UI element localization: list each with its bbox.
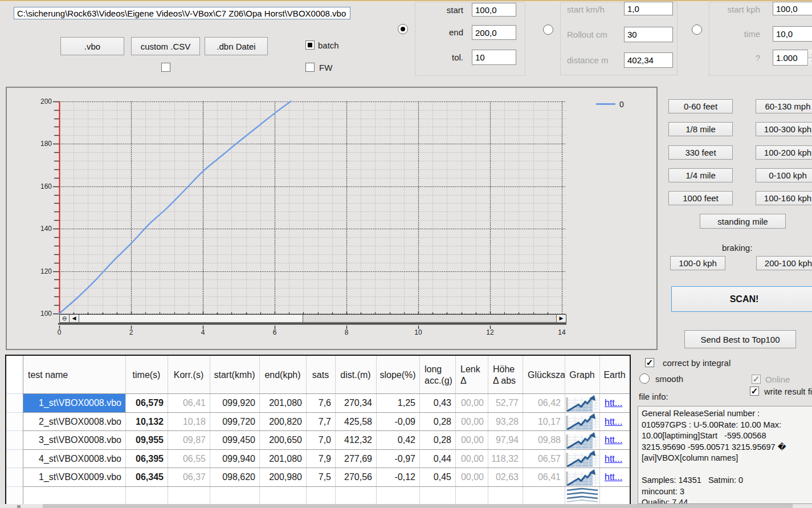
cell-hoehe[interactable]: 93,28 — [488, 413, 523, 432]
cell-long-acc[interactable]: 0,43 — [419, 394, 455, 413]
row-header[interactable] — [6, 468, 23, 487]
measure-100-160-kph-button[interactable]: 100-160 kph — [756, 191, 812, 205]
cell-time[interactable]: 10,132 — [125, 413, 168, 432]
cell-time[interactable]: 06,579 — [125, 394, 168, 413]
column-header-test-name[interactable]: test name — [23, 356, 125, 394]
cell-empty[interactable] — [23, 487, 125, 506]
column-header-slope[interactable]: slope(%) — [376, 356, 419, 394]
cell-empty[interactable] — [488, 487, 523, 506]
cell-start-kmh[interactable]: 099,940 — [210, 450, 259, 469]
cell-korr[interactable]: 06,41 — [168, 394, 210, 413]
cell-time[interactable]: 06,345 — [125, 468, 168, 487]
cell-dist[interactable]: 270,34 — [335, 394, 376, 413]
zoom-reset-button[interactable]: ⊖ — [60, 315, 70, 322]
scan-button[interactable]: SCAN! — [671, 286, 812, 312]
correct-by-integral-checkbox[interactable]: ✓ — [645, 358, 654, 367]
load-dbn-button[interactable]: .dbn Datei — [205, 37, 268, 55]
cell-korr[interactable]: 10,18 — [168, 413, 210, 432]
cell-korr[interactable]: 06,55 — [168, 450, 210, 469]
measure-1000-feet-button[interactable]: 1000 feet — [668, 191, 733, 205]
cell-test-name[interactable]: 3_st\VBOX0008.vbo — [23, 431, 125, 450]
scroll-right-button[interactable]: ▶ — [556, 315, 566, 322]
column-header-start-kmh[interactable]: start(kmh) — [210, 356, 259, 394]
cell-end-kph[interactable]: 201,080 — [259, 450, 306, 469]
row-header[interactable] — [6, 431, 23, 450]
cell-test-name[interactable]: 1_st\VBOX0008.vbo — [23, 394, 125, 413]
start-speed-input[interactable] — [472, 3, 516, 17]
cell-graph[interactable] — [565, 394, 599, 413]
column-header-time[interactable]: time(s) — [125, 356, 168, 394]
cell-end-kph[interactable]: 200,650 — [259, 431, 306, 450]
measure-0-100-kph-button[interactable]: 0-100 kph — [756, 168, 812, 182]
cell-slope[interactable]: 1,25 — [376, 394, 419, 413]
cell-empty[interactable] — [335, 487, 376, 506]
earth-link[interactable]: htt... — [605, 472, 622, 482]
cell-lenk[interactable]: 00,00 — [455, 394, 488, 413]
column-header-glueckszahl[interactable]: Glücksza — [523, 356, 565, 394]
load-custom-csv-button[interactable]: custom .CSV — [131, 37, 200, 55]
cell-glueckszahl[interactable]: 06,57 — [523, 450, 565, 469]
cell-long-acc[interactable]: 0,45 — [419, 468, 455, 487]
cell-test-name[interactable]: 4_st\VBOX0008.vbo — [23, 450, 125, 469]
distance-input[interactable] — [624, 52, 673, 68]
cell-start-kmh[interactable]: 099,920 — [210, 394, 259, 413]
cell-start-kmh[interactable]: 099,450 — [210, 431, 259, 450]
column-header-sats[interactable]: sats — [306, 356, 335, 394]
cell-korr[interactable]: 09,87 — [168, 431, 210, 450]
cell-graph[interactable] — [565, 487, 599, 506]
cell-sats[interactable]: 7,6 — [306, 394, 335, 413]
tolerance-input[interactable] — [472, 50, 516, 65]
cell-graph[interactable] — [565, 413, 599, 432]
cell-earth[interactable]: htt... — [599, 450, 630, 469]
window-scrollbar-thumb[interactable] — [43, 504, 793, 508]
cell-graph[interactable] — [565, 431, 599, 450]
online-checkbox[interactable]: ✓ — [752, 375, 761, 384]
start-kmh-input[interactable] — [624, 2, 673, 15]
row-header[interactable] — [6, 413, 23, 432]
send-best-button[interactable]: Send Best to Top100 — [684, 330, 796, 348]
cell-hoehe[interactable]: 02,63 — [488, 468, 523, 487]
row-header[interactable] — [6, 487, 23, 506]
measure-100-200-kph-button[interactable]: 100-200 kph — [756, 145, 812, 160]
scrollbar-thumb[interactable] — [79, 315, 303, 322]
measure-100-300-kph-button[interactable]: 100-300 kph — [756, 122, 812, 136]
file-info-textbox[interactable]: General ReleaseSerial number : 010597GPS… — [638, 406, 812, 504]
cell-time[interactable]: 09,955 — [125, 431, 168, 450]
cell-slope[interactable]: -0,12 — [376, 468, 419, 487]
cell-lenk[interactable]: 00,00 — [455, 450, 488, 469]
cell-empty[interactable] — [376, 487, 419, 506]
cell-start-kmh[interactable]: 099,720 — [210, 413, 259, 432]
column-header-hoehe[interactable]: Höhe Δ abs — [488, 356, 523, 394]
earth-link[interactable]: htt... — [605, 435, 622, 445]
batch-checkbox[interactable] — [305, 40, 315, 50]
cell-empty[interactable] — [306, 487, 335, 506]
cell-sats[interactable]: 7,0 — [306, 431, 335, 450]
end-speed-input[interactable] — [472, 25, 516, 40]
speed-range-radio[interactable] — [398, 24, 408, 34]
cell-graph[interactable] — [565, 468, 599, 487]
cell-empty[interactable] — [168, 487, 210, 506]
cell-glueckszahl[interactable]: 06,41 — [523, 468, 565, 487]
cell-empty[interactable] — [599, 487, 630, 506]
column-header-earth[interactable]: Earth — [599, 356, 630, 394]
cell-sats[interactable]: 7,9 — [306, 450, 335, 469]
cell-dist[interactable]: 425,58 — [335, 413, 376, 432]
spinner-down-button[interactable]: ▼ — [808, 58, 812, 66]
cell-sats[interactable]: 7,5 — [306, 468, 335, 487]
column-header-dist[interactable]: dist.(m) — [335, 356, 376, 394]
cell-korr[interactable]: 06,37 — [168, 468, 210, 487]
cell-slope[interactable]: -0,97 — [376, 450, 419, 469]
csv-option-checkbox[interactable] — [161, 63, 170, 72]
braking-200-100-button[interactable]: 200-100 kph — [756, 256, 812, 270]
cell-dist[interactable]: 270,56 — [335, 468, 376, 487]
cell-dist[interactable]: 412,32 — [335, 431, 376, 450]
cell-earth[interactable]: htt... — [599, 394, 630, 413]
column-header-end-kph[interactable]: end(kph) — [259, 356, 306, 394]
spinner-up-button[interactable]: ▲ — [808, 50, 812, 58]
cell-hoehe[interactable]: 118,32 — [488, 450, 523, 469]
cell-slope[interactable]: 0,42 — [376, 431, 419, 450]
cell-test-name[interactable]: 2_st\VBOX0008.vbo — [23, 413, 125, 432]
scrollbar-track[interactable] — [303, 315, 556, 322]
cell-glueckszahl[interactable]: 06,42 — [523, 394, 565, 413]
load-vbo-button[interactable]: .vbo — [60, 37, 124, 55]
